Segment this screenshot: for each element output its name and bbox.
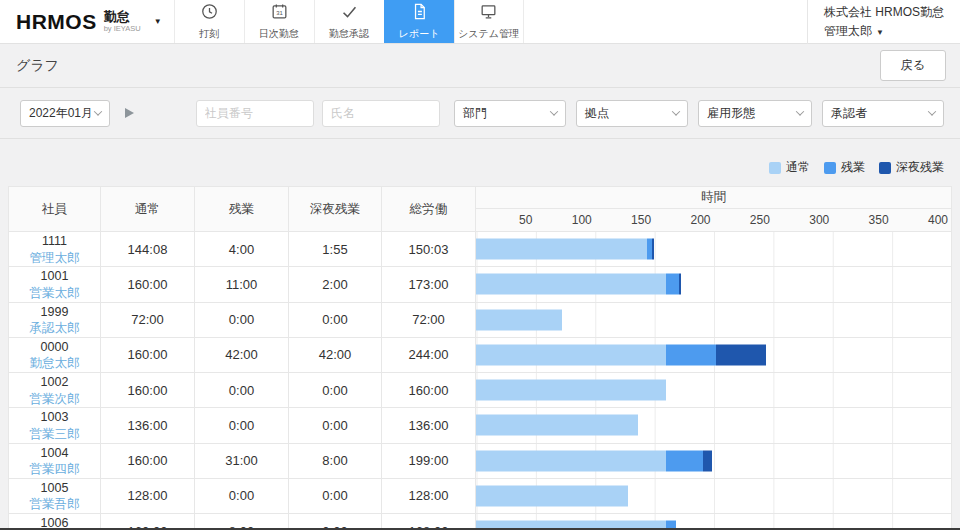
axis-ticks-row: 50100150200250300350400	[476, 209, 952, 232]
logo-byline-text: by IEYASU	[104, 25, 141, 33]
stacked-bar	[476, 380, 951, 401]
location-select[interactable]: 拠点	[576, 100, 688, 127]
normal-hours-cell: 160:00	[101, 267, 195, 302]
employee-cell: 1999 承認太郎	[9, 302, 101, 337]
account-area: 株式会社 HRMOS勤怠 管理太郎▼	[807, 0, 960, 43]
employee-name-link[interactable]: 承認太郎	[30, 321, 80, 337]
table-row: 1999 承認太郎 72:00 0:00 0:00 72:00	[9, 302, 952, 337]
table-row: 1001 営業太郎 160:00 11:00 2:00 173:00	[9, 267, 952, 302]
bar-normal-segment	[476, 450, 666, 471]
hours-bar-cell	[476, 302, 952, 337]
employee-name-link[interactable]: 営業次郎	[30, 392, 80, 408]
legend-swatch-overtime	[824, 162, 836, 174]
employment-type-select-label: 雇用形態	[707, 105, 755, 122]
legend-item-overtime: 残業	[824, 159, 865, 176]
stacked-bar	[476, 450, 951, 471]
total-hours-cell: 244:00	[382, 337, 476, 372]
late-night-hours-cell: 8:00	[289, 443, 382, 478]
user-dropdown-caret-icon: ▼	[876, 28, 884, 37]
hours-bar-cell	[476, 232, 952, 267]
employee-name-link[interactable]: 営業四郎	[30, 462, 80, 478]
bar-late-night-segment	[679, 274, 681, 295]
legend-swatch-late-night	[879, 162, 891, 174]
column-header-normal: 通常	[101, 187, 195, 232]
employee-name-link[interactable]: 営業吾郎	[30, 497, 80, 513]
user-menu[interactable]: 管理太郎▼	[824, 22, 944, 41]
employment-type-select[interactable]: 雇用形態	[698, 100, 812, 127]
overtime-hours-cell: 0:00	[195, 408, 289, 443]
approver-select[interactable]: 承認者	[822, 100, 944, 127]
employee-name-link[interactable]: 営業三郎	[30, 427, 80, 443]
hours-bar-cell	[476, 337, 952, 372]
employee-id: 1999	[9, 305, 100, 321]
name-input[interactable]	[322, 100, 440, 127]
bar-normal-segment	[476, 239, 647, 260]
stacked-bar	[476, 485, 951, 506]
employee-name-link[interactable]: 勤怠太郎	[30, 356, 80, 372]
bar-late-night-segment	[703, 450, 713, 471]
normal-hours-cell: 136:00	[101, 408, 195, 443]
month-select[interactable]: 2022年01月	[20, 100, 110, 127]
check-icon	[340, 2, 359, 24]
chevron-down-icon	[672, 107, 680, 115]
stacked-bar	[476, 239, 951, 260]
employee-id: 1003	[9, 410, 100, 426]
employee-id: 1002	[9, 375, 100, 391]
column-header-hours: 時間	[476, 187, 952, 209]
overtime-hours-cell: 0:00	[195, 478, 289, 513]
late-night-hours-cell: 42:00	[289, 337, 382, 372]
hours-bar-cell	[476, 443, 952, 478]
svg-text:31: 31	[276, 10, 283, 16]
column-header-late-night: 深夜残業	[289, 187, 382, 232]
filter-bar: 2022年01月 部門 拠点 雇用形態 承認者	[0, 88, 960, 139]
late-night-hours-cell: 2:00	[289, 267, 382, 302]
top-nav: HRMOS 勤怠 by IEYASU ▼ 打刻 31 日次勤怠 勤怠承認	[0, 0, 960, 44]
app-logo[interactable]: HRMOS 勤怠 by IEYASU ▼	[0, 0, 174, 43]
overtime-hours-cell: 31:00	[195, 443, 289, 478]
employee-cell: 1001 営業太郎	[9, 267, 101, 302]
employee-name-link[interactable]: 営業太郎	[30, 286, 80, 302]
department-select[interactable]: 部門	[454, 100, 566, 127]
approver-select-label: 承認者	[831, 105, 867, 122]
logo-product-text: 勤怠	[104, 10, 141, 23]
nav-item-system-admin[interactable]: システム管理	[454, 0, 524, 43]
overtime-hours-cell: 0:00	[195, 373, 289, 408]
normal-hours-cell: 144:08	[101, 232, 195, 267]
legend-item-late-night: 深夜残業	[879, 159, 944, 176]
stacked-bar	[476, 415, 951, 436]
normal-hours-cell: 160:00	[101, 373, 195, 408]
chevron-down-icon	[550, 107, 558, 115]
nav-item-punch[interactable]: 打刻	[174, 0, 244, 43]
nav-item-approval[interactable]: 勤怠承認	[314, 0, 384, 43]
department-select-label: 部門	[463, 105, 487, 122]
chart-legend: 通常 残業 深夜残業	[0, 139, 960, 186]
bar-overtime-segment	[666, 450, 703, 471]
next-month-button[interactable]	[120, 104, 138, 122]
play-arrow-icon	[125, 108, 134, 118]
employee-number-input[interactable]	[196, 100, 314, 127]
hours-bar-cell	[476, 267, 952, 302]
nav-item-report[interactable]: レポート	[384, 0, 454, 43]
bar-normal-segment	[476, 274, 666, 295]
legend-label: 残業	[841, 159, 865, 176]
employee-cell: 1003 営業三郎	[9, 408, 101, 443]
back-button[interactable]: 戻る	[880, 50, 946, 81]
table-row: 1002 営業次郎 160:00 0:00 0:00 160:00	[9, 373, 952, 408]
total-hours-cell: 160:00	[382, 373, 476, 408]
bar-overtime-segment	[666, 274, 679, 295]
overtime-hours-cell: 11:00	[195, 267, 289, 302]
employee-name-link[interactable]: 管理太郎	[30, 251, 80, 267]
location-select-label: 拠点	[585, 105, 609, 122]
hours-bar-cell	[476, 373, 952, 408]
stacked-bar	[476, 344, 951, 365]
month-select-value: 2022年01月	[29, 105, 93, 122]
user-name: 管理太郎	[824, 24, 872, 38]
chevron-down-icon	[94, 107, 102, 115]
nav-item-daily-attendance[interactable]: 31 日次勤怠	[244, 0, 314, 43]
stacked-bar	[476, 309, 951, 330]
monitor-icon	[479, 2, 498, 24]
table-row: 1003 営業三郎 136:00 0:00 0:00 136:00	[9, 408, 952, 443]
late-night-hours-cell: 0:00	[289, 373, 382, 408]
employee-id: 1004	[9, 446, 100, 462]
normal-hours-cell: 128:00	[101, 478, 195, 513]
